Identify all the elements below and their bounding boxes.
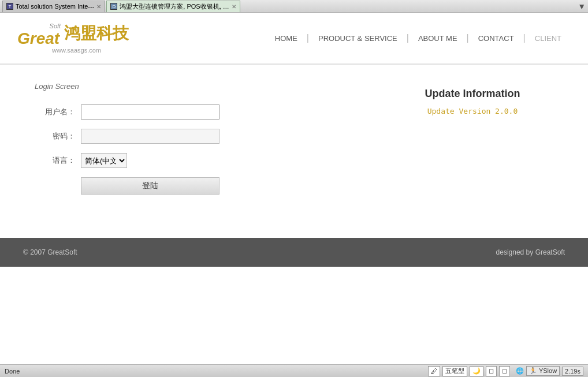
- tab-2-close[interactable]: ✕: [232, 3, 236, 10]
- language-select[interactable]: 简体(中文): [81, 153, 127, 168]
- tab-2-label: 鸿盟大型连锁管理方案, POS收银机, …: [120, 2, 229, 11]
- nav-menu: HOME | PRODUCT & SERVICE | ABOUT ME | CO…: [266, 33, 571, 43]
- tab-2-icon: D: [110, 3, 117, 10]
- nav-client[interactable]: CLIENT: [526, 34, 571, 43]
- logo-chinese: 鸿盟科技: [64, 23, 129, 44]
- logo-block: Soft Great 鸿盟科技 www.saasgs.com: [17, 23, 129, 54]
- tab-1-icon: T: [6, 3, 13, 10]
- language-label: 语言：: [35, 155, 81, 166]
- login-btn-row: 登陆: [81, 177, 392, 195]
- tab-1[interactable]: T Total solution System Inte--- ✕: [2, 1, 105, 12]
- update-title: Update Information: [392, 88, 553, 100]
- main-content: Login Screen 用户名： 密码： 语言： 简体(中文) 登陆 Upda…: [0, 65, 588, 226]
- username-row: 用户名：: [35, 104, 392, 120]
- login-section: Login Screen 用户名： 密码： 语言： 简体(中文) 登陆: [35, 82, 392, 209]
- site-footer: © 2007 GreatSoft designed by GreatSoft: [0, 238, 588, 267]
- browser-titlebar: T Total solution System Inte--- ✕ D 鸿盟大型…: [0, 0, 588, 13]
- browser-controls[interactable]: ▼: [578, 2, 586, 11]
- password-row: 密码：: [35, 129, 392, 144]
- tab-1-close[interactable]: ✕: [96, 3, 101, 10]
- username-input[interactable]: [81, 104, 219, 120]
- tab-2[interactable]: D 鸿盟大型连锁管理方案, POS收银机, … ✕: [106, 1, 240, 12]
- update-section: Update Information Update Version 2.0.0: [392, 82, 553, 209]
- update-version[interactable]: Update Version 2.0.0: [392, 107, 553, 115]
- nav-home[interactable]: HOME: [266, 34, 307, 43]
- username-label: 用户名：: [35, 107, 81, 117]
- language-row: 语言： 简体(中文): [35, 153, 392, 168]
- logo-soft: Soft: [50, 23, 61, 29]
- footer-designed-by: designed by GreatSoft: [496, 248, 565, 256]
- login-title: Login Screen: [35, 82, 392, 91]
- nav-contact[interactable]: CONTACT: [469, 34, 523, 43]
- tab-1-label: Total solution System Inte---: [16, 3, 94, 10]
- logo-area: Soft Great 鸿盟科技 www.saasgs.com: [17, 23, 129, 54]
- password-input[interactable]: [81, 129, 219, 144]
- login-button[interactable]: 登陆: [81, 177, 219, 195]
- nav-product[interactable]: PRODUCT & SERVICE: [309, 34, 407, 43]
- site-nav: Soft Great 鸿盟科技 www.saasgs.com HOME | PR…: [0, 13, 588, 65]
- nav-about[interactable]: ABOUT ME: [409, 34, 467, 43]
- logo-url: www.saasgs.com: [52, 47, 129, 54]
- logo-great: Great: [17, 29, 59, 48]
- footer-copyright: © 2007 GreatSoft: [23, 248, 77, 256]
- password-label: 密码：: [35, 131, 81, 141]
